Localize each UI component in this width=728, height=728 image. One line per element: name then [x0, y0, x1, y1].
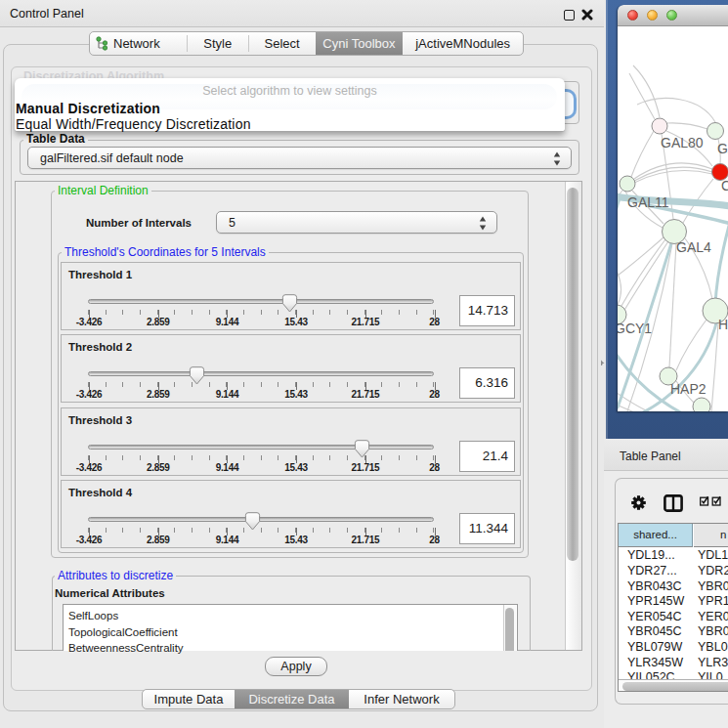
svg-text:H: H — [718, 317, 728, 332]
svg-text:GAL4: GAL4 — [676, 239, 711, 255]
svg-text:HAP2: HAP2 — [670, 381, 707, 397]
svg-text:GA: GA — [717, 141, 728, 156]
svg-text:GAL11: GAL11 — [627, 194, 669, 210]
svg-text:GCY1: GCY1 — [618, 321, 652, 336]
svg-text:GAL80: GAL80 — [661, 135, 704, 150]
svg-text:C: C — [721, 178, 728, 193]
